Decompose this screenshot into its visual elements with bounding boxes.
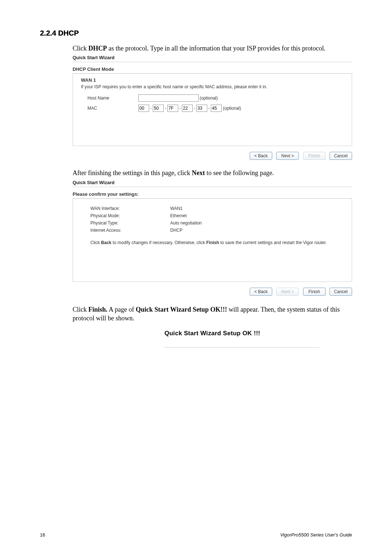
mid-c: to see the following page. [205, 169, 274, 177]
host-name-input[interactable] [138, 94, 199, 102]
qsw-title-1: Quick Start Wizard [73, 55, 352, 61]
mac-input-0[interactable] [138, 105, 149, 112]
qsw-title-2: Quick Start Wizard [73, 180, 352, 186]
button-row-2: < Back Next > Finish Cancel [73, 288, 352, 296]
section-title: DHCP [58, 29, 79, 37]
host-name-label: Host Name [87, 96, 138, 101]
settings-label: WAN Interface: [90, 206, 170, 211]
next-button[interactable]: Next > [276, 152, 299, 160]
outro-paragraph: Click Finish. A page of Quick Start Wiza… [73, 305, 352, 323]
outro-a: Click [73, 306, 89, 313]
mac-input-2[interactable] [167, 105, 178, 112]
host-name-row: Host Name (optional) [87, 94, 345, 102]
intro-text-c: as the protocol. Type in all the informa… [107, 45, 326, 52]
mac-row: MAC - - - - - (optional) [87, 105, 345, 112]
settings-row: Internet Access: DHCP [90, 228, 345, 233]
host-name-hint: (optional) [200, 96, 218, 101]
settings-row: Physical Type: Auto negotiation [90, 220, 345, 226]
mac-input-4[interactable] [196, 105, 207, 112]
mid-a: After finishing the settings in this pag… [73, 169, 192, 177]
guide-title: VigorPro5500 Series User's Guide [280, 532, 352, 538]
setup-ok-banner: Quick Start Wizard Setup OK !!! [73, 330, 352, 337]
mac-input-5[interactable] [211, 105, 222, 112]
mac-input-3[interactable] [182, 105, 193, 112]
page-number: 16 [40, 532, 45, 538]
wan1-desc: If your ISP requires you to enter a spec… [81, 84, 345, 89]
section-heading: 2.2.4 DHCP [40, 29, 352, 37]
note-a: Click [90, 240, 101, 245]
settings-label: Internet Access: [90, 228, 170, 233]
dhcp-panel: DHCP Client Mode WAN 1 If your ISP requi… [73, 66, 352, 160]
finish-button[interactable]: Finish [303, 288, 326, 296]
section-number: 2.2.4 [40, 29, 56, 37]
next-button-disabled: Next > [276, 288, 299, 296]
dhcp-box: WAN 1 If your ISP requires you to enter … [73, 73, 352, 146]
button-row-1: < Back Next > Finish Cancel [73, 152, 352, 160]
mac-group: - - - - - (optional) [138, 105, 241, 112]
mid-b: Next [192, 169, 205, 177]
note-d: Finish [206, 240, 219, 245]
page-footer: 16 VigorPro5500 Series User's Guide [0, 532, 392, 538]
divider [163, 347, 319, 348]
mac-dash: - [178, 106, 182, 111]
cancel-button[interactable]: Cancel [330, 288, 352, 296]
mac-input-1[interactable] [153, 105, 164, 112]
divider [73, 62, 352, 62]
settings-value: WAN1 [170, 206, 183, 211]
settings-row: WAN Interface: WAN1 [90, 206, 345, 211]
mac-dash: - [207, 106, 211, 111]
cancel-button[interactable]: Cancel [330, 152, 352, 160]
note-c: to modify changes if necessary. Otherwis… [111, 240, 206, 245]
mac-dash: - [193, 106, 196, 111]
mac-dash: - [164, 106, 167, 111]
mac-dash: - [149, 106, 153, 111]
outro-d: Quick Start Wizard Setup OK!!! [136, 306, 227, 313]
dhcp-client-mode-heading: DHCP Client Mode [73, 66, 352, 72]
finish-button-disabled: Finish [303, 152, 326, 160]
confirm-panel: Please confirm your settings: WAN Interf… [73, 191, 352, 296]
back-button[interactable]: < Back [250, 152, 272, 160]
confirm-note: Click Back to modify changes if necessar… [90, 239, 342, 246]
settings-row: Physical Mode: Ethernet [90, 213, 345, 218]
mid-paragraph: After finishing the settings in this pag… [73, 169, 352, 177]
settings-label: Physical Mode: [90, 213, 170, 218]
outro-c: A page of [107, 306, 136, 313]
settings-table: WAN Interface: WAN1 Physical Mode: Ether… [90, 206, 345, 233]
note-b: Back [101, 240, 111, 245]
intro-text-a: Click [73, 45, 89, 52]
back-button[interactable]: < Back [250, 288, 272, 296]
intro-paragraph: Click DHCP as the protocol. Type in all … [73, 44, 352, 53]
confirm-box: WAN Interface: WAN1 Physical Mode: Ether… [73, 198, 352, 282]
divider [73, 187, 352, 187]
settings-value: Auto negotiation [170, 220, 202, 226]
settings-label: Physical Type: [90, 220, 170, 226]
settings-value: Ethernet [170, 213, 187, 218]
outro-b: Finish. [89, 306, 108, 313]
confirm-heading: Please confirm your settings: [73, 191, 352, 197]
settings-value: DHCP [170, 228, 183, 233]
mac-hint: (optional) [223, 106, 241, 111]
mac-label: MAC [87, 106, 138, 111]
wan1-title: WAN 1 [81, 77, 345, 83]
note-e: to save the current settings and restart… [219, 240, 327, 245]
intro-text-b: DHCP [89, 45, 107, 52]
